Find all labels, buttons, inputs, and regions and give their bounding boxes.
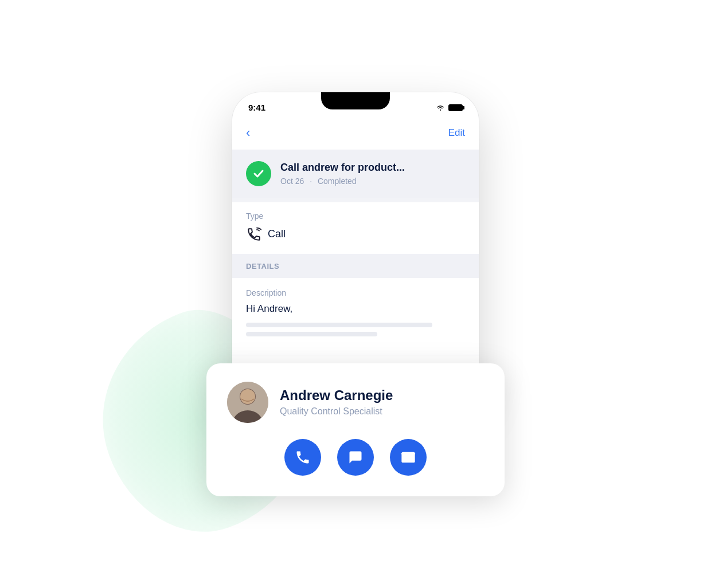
phone-action-icon	[295, 449, 311, 465]
phone-frame: 9:41 ‹ Edit	[232, 92, 479, 409]
description-label: Description	[246, 288, 465, 297]
status-icons	[436, 104, 463, 111]
avatar-image	[227, 382, 268, 423]
contact-job-title: Quality Control Specialist	[280, 406, 393, 417]
message-action-icon	[347, 449, 364, 465]
phone-notch	[321, 92, 390, 109]
type-value: Call	[246, 226, 465, 242]
task-header: Call andrew for product... Oct 26 · Comp…	[232, 150, 479, 198]
task-status: Completed	[318, 177, 357, 186]
status-time: 9:41	[248, 103, 265, 112]
type-label: Type	[246, 211, 465, 221]
task-meta: Oct 26 · Completed	[280, 177, 405, 186]
contact-actions	[227, 439, 484, 476]
call-icon	[246, 226, 262, 242]
description-line-2	[246, 332, 377, 336]
contact-top: Andrew Carnegie Quality Control Speciali…	[227, 382, 484, 423]
details-body: Description Hi Andrew,	[232, 278, 479, 355]
back-button[interactable]: ‹	[246, 126, 250, 140]
contact-card: Andrew Carnegie Quality Control Speciali…	[206, 363, 505, 496]
description-text: Hi Andrew,	[246, 303, 465, 315]
contact-info: Andrew Carnegie Quality Control Speciali…	[280, 387, 393, 417]
message-button[interactable]	[337, 439, 374, 476]
nav-bar: ‹ Edit	[232, 121, 479, 150]
edit-button[interactable]: Edit	[448, 127, 465, 139]
completed-check	[246, 161, 271, 186]
email-action-icon	[400, 449, 416, 465]
phone-call-button[interactable]	[284, 439, 321, 476]
contact-name: Andrew Carnegie	[280, 387, 393, 404]
scene: 9:41 ‹ Edit	[206, 92, 505, 496]
task-date: Oct 26	[280, 177, 304, 186]
dot-separator: ·	[310, 177, 312, 186]
task-title: Call andrew for product...	[280, 161, 405, 174]
email-button[interactable]	[390, 439, 427, 476]
wifi-icon	[436, 104, 445, 111]
svg-point-3	[240, 389, 255, 404]
type-section: Type Call	[232, 202, 479, 254]
task-info: Call andrew for product... Oct 26 · Comp…	[280, 161, 405, 186]
details-header-text: DETAILS	[246, 262, 279, 271]
type-text: Call	[268, 228, 286, 240]
avatar	[227, 382, 268, 423]
description-line-1	[246, 323, 432, 327]
battery-icon	[448, 104, 463, 111]
details-header: DETAILS	[232, 254, 479, 278]
checkmark-icon	[252, 167, 265, 181]
